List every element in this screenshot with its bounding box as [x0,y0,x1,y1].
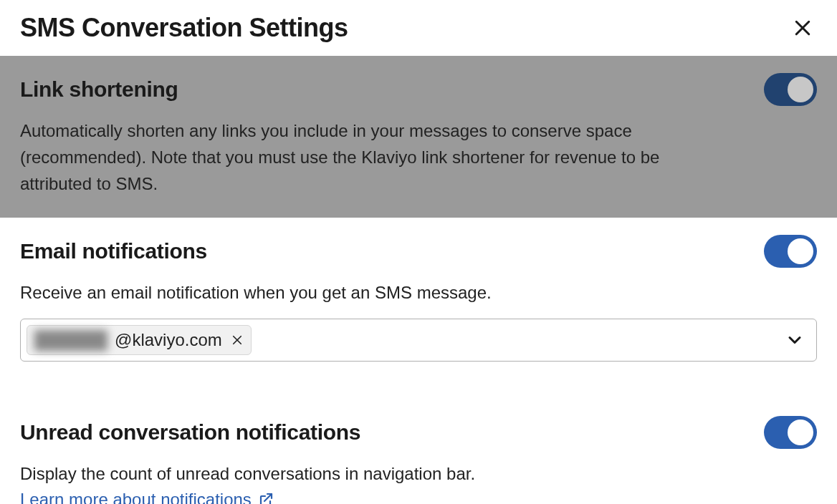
link-shortening-title: Link shortening [20,77,178,102]
section-row: Link shortening [20,73,817,106]
spacer [0,382,837,409]
close-button[interactable] [788,14,817,42]
section-row: Email notifications [20,235,817,268]
learn-more-link[interactable]: Learn more about notifications [20,490,274,504]
section-unread-notifications: Unread conversation notifications Displa… [0,409,837,504]
toggle-knob [788,238,813,264]
email-notifications-toggle[interactable] [764,235,817,268]
email-recipients-select[interactable]: ██████@klaviyo.com [20,319,817,362]
close-icon [792,17,813,39]
close-icon [231,334,244,346]
section-link-shortening: Link shortening Automatically shorten an… [0,56,837,218]
email-notifications-description: Receive an email notification when you g… [20,279,722,306]
section-row: Unread conversation notifications [20,416,817,449]
unread-notifications-description: Display the count of unread conversation… [20,460,722,487]
modal-header: SMS Conversation Settings [0,0,837,56]
unread-notifications-title: Unread conversation notifications [20,420,360,445]
chip-remove-button[interactable] [229,334,244,346]
email-chip-prefix: ██████ [34,330,107,350]
link-shortening-toggle[interactable] [764,73,817,106]
email-chip-domain: @klaviyo.com [115,330,222,350]
external-link-icon [257,491,274,504]
unread-notifications-toggle[interactable] [764,416,817,449]
modal-title: SMS Conversation Settings [20,13,348,43]
learn-more-label: Learn more about notifications [20,490,252,504]
select-dropdown-button[interactable] [785,330,805,350]
chevron-down-icon [785,330,805,350]
link-shortening-description: Automatically shorten any links you incl… [20,117,722,198]
email-notifications-title: Email notifications [20,239,207,263]
email-chip: ██████@klaviyo.com [27,325,252,355]
section-email-notifications: Email notifications Receive an email not… [0,218,837,382]
toggle-knob [788,77,813,102]
toggle-knob [788,420,813,445]
